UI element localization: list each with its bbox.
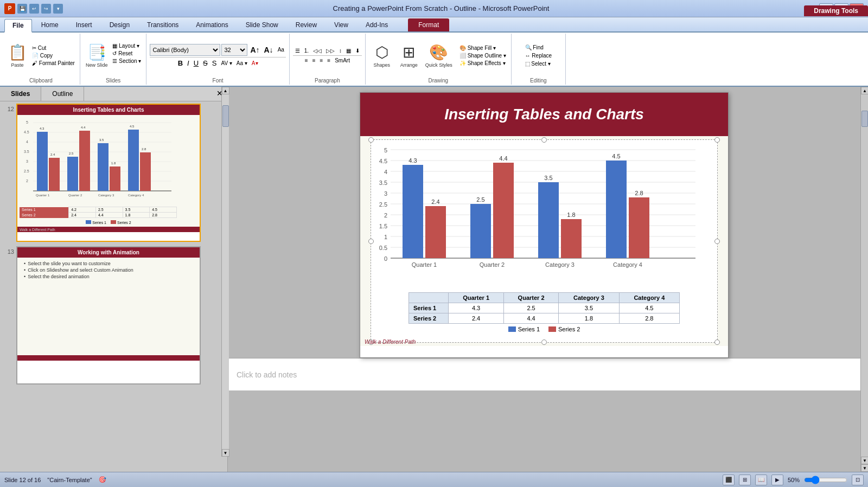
svg-text:Category 4: Category 4 xyxy=(613,261,642,268)
new-slide-button[interactable]: 📑 New Slide xyxy=(84,42,110,69)
find-button[interactable]: 🔍 Find xyxy=(524,44,545,51)
handle-ml[interactable] xyxy=(368,239,374,244)
shadow-button[interactable]: S xyxy=(210,59,219,68)
scroll-right-up[interactable]: ▲ xyxy=(861,87,868,94)
copy-button[interactable]: 📄 Copy xyxy=(30,52,76,59)
svg-text:4.3: 4.3 xyxy=(409,157,417,164)
justify-button[interactable]: ≡ xyxy=(326,57,332,64)
font-size-select[interactable]: 32 xyxy=(221,44,247,56)
decrease-indent-button[interactable]: ◁◁ xyxy=(311,47,323,54)
zoom-fit-button[interactable]: ⊡ xyxy=(852,475,864,485)
replace-button[interactable]: ↔ Replace xyxy=(524,52,553,59)
numbering-button[interactable]: 1. xyxy=(303,47,310,54)
format-painter-button[interactable]: 🖌 Format Painter xyxy=(30,60,76,67)
handle-tl[interactable] xyxy=(368,137,374,143)
notes-area[interactable]: Click to add notes xyxy=(228,358,860,390)
tab-home[interactable]: Home xyxy=(33,18,67,31)
svg-text:2.4: 2.4 xyxy=(50,153,55,156)
shape-effects-button[interactable]: ✨ Shape Effects ▾ xyxy=(458,60,508,67)
font-name-select[interactable]: Calibri (Body) xyxy=(150,44,220,56)
underline-button[interactable]: U xyxy=(192,59,200,68)
tab-file[interactable]: File xyxy=(4,19,32,33)
align-center-button[interactable]: ≡ xyxy=(311,57,317,64)
shape-fill-button[interactable]: 🎨 Shape Fill ▾ xyxy=(458,44,508,52)
customize-qat-icon[interactable]: ▾ xyxy=(53,4,63,14)
save-icon[interactable]: 💾 xyxy=(17,4,27,14)
tab-addins[interactable]: Add-Ins xyxy=(358,18,396,31)
char-spacing-button[interactable]: AV ▾ xyxy=(219,60,233,67)
tab-view[interactable]: View xyxy=(326,18,356,31)
decrease-font-button[interactable]: A↓ xyxy=(263,45,275,55)
scroll-right-thumb[interactable] xyxy=(861,111,868,127)
tab-insert[interactable]: Insert xyxy=(68,18,100,31)
handle-br[interactable] xyxy=(714,339,720,345)
slide-thumb-12[interactable]: Inserting Tables and Charts 5 4.5 4 3.5 … xyxy=(16,104,201,242)
chart-legend: Series 1 Series 2 xyxy=(375,326,713,332)
strikethrough-button[interactable]: S xyxy=(201,59,209,68)
text-case-button[interactable]: Aa ▾ xyxy=(235,60,249,67)
cut-button[interactable]: ✂ Cut xyxy=(30,44,76,52)
svg-text:5: 5 xyxy=(26,120,28,124)
chart-container[interactable]: 5 4.5 4 3.5 3 2.5 2 1.5 1 0.5 0 xyxy=(371,139,718,343)
slide-thumb-13[interactable]: Working with Animation Select the slide … xyxy=(16,246,201,385)
slide-item-13[interactable]: 13 Working with Animation Select the sli… xyxy=(2,246,225,385)
font-divider xyxy=(150,57,285,57)
scroll-thumb[interactable] xyxy=(222,105,229,127)
bold-button[interactable]: B xyxy=(176,59,184,68)
handle-tr[interactable] xyxy=(714,137,720,143)
text-direction-button[interactable]: ⬇ xyxy=(354,47,361,54)
handle-tm[interactable] xyxy=(541,137,547,143)
bullet-1: Select the slide you want to customize xyxy=(24,261,197,266)
redo-icon[interactable]: ↪ xyxy=(41,4,51,14)
tab-format[interactable]: Format xyxy=(408,18,449,31)
bullets-button[interactable]: ☰ xyxy=(293,47,302,54)
slide-container[interactable]: Inserting Tables and Charts xyxy=(360,92,729,358)
right-scrollbar[interactable]: ▲ ▼ ▼ xyxy=(860,87,868,472)
slide-sorter-button[interactable]: ⊞ xyxy=(739,475,751,485)
ribbon-tabs: File Home Insert Design Transitions Anim… xyxy=(0,17,868,33)
clear-formatting-button[interactable]: Aa xyxy=(276,46,286,53)
tab-review[interactable]: Review xyxy=(288,18,325,31)
quick-styles-button[interactable]: 🎨 Quick Styles xyxy=(423,42,455,69)
increase-font-button[interactable]: A↑ xyxy=(248,45,261,55)
svg-rect-27 xyxy=(128,130,139,191)
tab-transitions[interactable]: Transitions xyxy=(139,18,187,31)
paste-button[interactable]: 📋 Paste xyxy=(5,42,29,69)
align-left-button[interactable]: ≡ xyxy=(303,57,310,64)
scroll-down-arrow[interactable]: ▼ xyxy=(222,449,229,457)
section-button[interactable]: ☰ Section ▾ xyxy=(111,57,143,65)
zoom-slider[interactable] xyxy=(804,476,847,484)
layout-button[interactable]: ▦ Layout ▾ xyxy=(111,42,143,49)
shape-outline-button[interactable]: ⬜ Shape Outline ▾ xyxy=(458,52,508,59)
slide-item-12[interactable]: 12 Inserting Tables and Charts 5 4.5 4 3… xyxy=(2,104,225,242)
tab-outline-panel[interactable]: Outline xyxy=(41,87,84,101)
scroll-right-down[interactable]: ▼ xyxy=(861,457,868,464)
left-panel-scrollbar[interactable]: ▲ ▼ xyxy=(221,87,229,457)
reset-button[interactable]: ↺ Reset xyxy=(111,50,143,57)
increase-indent-button[interactable]: ▷▷ xyxy=(324,47,336,54)
handle-bm[interactable] xyxy=(541,339,547,345)
columns-button[interactable]: ▦ xyxy=(344,47,353,54)
font-color-button[interactable]: A▾ xyxy=(250,60,260,67)
italic-button[interactable]: I xyxy=(186,59,191,68)
align-right-button[interactable]: ≡ xyxy=(318,57,324,64)
undo-icon[interactable]: ↩ xyxy=(29,4,39,14)
normal-view-button[interactable]: ⬛ xyxy=(723,475,735,485)
handle-mr[interactable] xyxy=(714,239,720,244)
slideshow-button[interactable]: ▶ xyxy=(771,475,783,485)
svg-text:2: 2 xyxy=(26,179,28,183)
tab-slides-panel[interactable]: Slides xyxy=(0,87,41,101)
legend-label-series2: Series 2 xyxy=(558,326,580,332)
reading-view-button[interactable]: 📖 xyxy=(755,475,767,485)
shapes-button[interactable]: ⬡ Shapes xyxy=(369,42,395,69)
line-spacing-button[interactable]: ↕ xyxy=(337,47,343,54)
tab-animations[interactable]: Animations xyxy=(188,18,236,31)
select-button[interactable]: ⬚ Select ▾ xyxy=(524,60,552,67)
arrange-button[interactable]: ⊞ Arrange xyxy=(396,42,422,69)
scroll-up-arrow[interactable]: ▲ xyxy=(222,87,229,94)
tab-design[interactable]: Design xyxy=(101,18,138,31)
convert-smartart-button[interactable]: SmArt xyxy=(333,57,352,64)
scroll-right-down2[interactable]: ▼ xyxy=(861,464,868,472)
svg-rect-57 xyxy=(403,165,423,258)
tab-slideshow[interactable]: Slide Show xyxy=(238,18,286,31)
